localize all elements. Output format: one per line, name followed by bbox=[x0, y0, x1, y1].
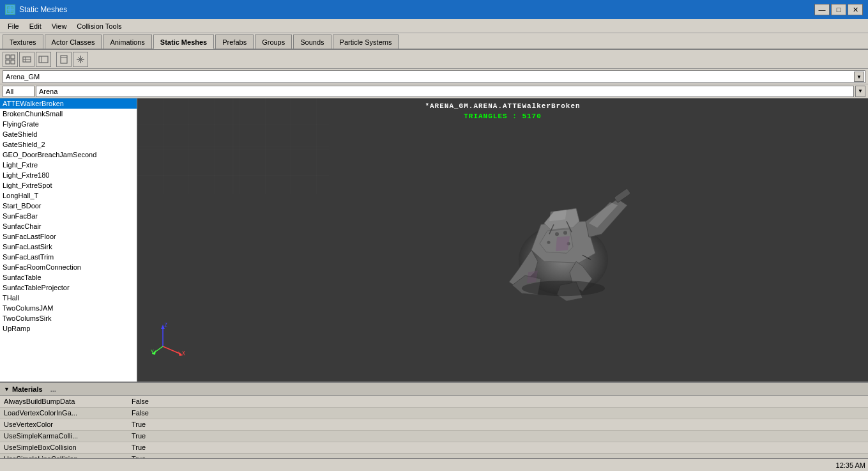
menu-file[interactable]: File bbox=[3, 21, 24, 31]
svg-text:Y: Y bbox=[151, 350, 154, 355]
svg-line-47 bbox=[163, 346, 181, 354]
property-key: AlwaysBuildBumpData bbox=[0, 396, 128, 407]
viewport: *ARENA_GM.ARENA.ATTEWalkerBroken TRIANGL… bbox=[137, 98, 868, 382]
list-item[interactable]: Light_Fxtre bbox=[0, 160, 137, 170]
toolbar-btn-1[interactable] bbox=[3, 52, 18, 67]
property-key: LoadVertexColorInGa... bbox=[0, 407, 128, 419]
menu-bar: File Edit View Collision Tools bbox=[0, 19, 868, 33]
list-item[interactable]: GateShield bbox=[0, 129, 137, 139]
toolbar bbox=[0, 50, 868, 69]
tab-prefabs[interactable]: Prefabs bbox=[215, 35, 254, 49]
tab-groups[interactable]: Groups bbox=[255, 35, 292, 49]
property-row: UseSimpleKarmaColli... True bbox=[0, 430, 868, 442]
properties-header: ▼ Materials ... bbox=[0, 383, 868, 396]
list-item[interactable]: THall bbox=[0, 293, 137, 303]
list-item[interactable]: SunFacRoomConnection bbox=[0, 262, 137, 272]
tab-particle-systems[interactable]: Particle Systems bbox=[333, 35, 399, 49]
filter-search-arrow[interactable]: ▼ bbox=[855, 86, 865, 97]
properties-title: Materials bbox=[12, 385, 43, 393]
filter-all-btn[interactable]: All bbox=[3, 86, 34, 97]
list-item[interactable]: TwoColumsJAM bbox=[0, 303, 137, 313]
tab-sounds[interactable]: Sounds bbox=[293, 35, 331, 49]
tab-animations[interactable]: Animations bbox=[103, 35, 151, 49]
list-item[interactable]: Light_Fxtre180 bbox=[0, 170, 137, 180]
minimize-button[interactable]: — bbox=[814, 4, 830, 15]
svg-rect-13 bbox=[61, 56, 67, 63]
list-item[interactable]: GEO_DoorBreachJamSecond bbox=[0, 150, 137, 160]
property-row: AlwaysBuildBumpData False bbox=[0, 396, 868, 407]
viewport-mesh-svg bbox=[464, 160, 643, 327]
status-time: 12:35 AM bbox=[836, 461, 865, 469]
maximize-button[interactable]: □ bbox=[831, 4, 846, 15]
svg-point-38 bbox=[547, 240, 551, 243]
property-key: UseVertexColor bbox=[0, 419, 128, 430]
list-item[interactable]: LongHall_T bbox=[0, 190, 137, 201]
list-item[interactable]: SunFacLastTrim bbox=[0, 252, 137, 262]
tab-static-meshes[interactable]: Static Meshes bbox=[153, 35, 214, 49]
title-bar-left: Static Meshes bbox=[5, 4, 67, 15]
property-value: True bbox=[128, 430, 868, 442]
tab-textures[interactable]: Textures bbox=[3, 35, 43, 49]
main-area: ATTEWalkerBroken BrokenChunkSmall Flying… bbox=[0, 98, 868, 471]
property-value: False bbox=[128, 407, 868, 419]
viewport-axes-svg: Z X Y bbox=[150, 321, 188, 359]
list-item[interactable]: SunFacLastSirk bbox=[0, 242, 137, 252]
list-item[interactable]: SunfacChair bbox=[0, 221, 137, 231]
status-bar: 12:35 AM bbox=[0, 458, 868, 471]
svg-marker-24 bbox=[586, 199, 627, 237]
menu-view[interactable]: View bbox=[47, 21, 72, 31]
window-controls: — □ ✕ bbox=[814, 4, 863, 15]
list-item[interactable]: SunfacTable bbox=[0, 272, 137, 282]
properties-panel: ▼ Materials ... AlwaysBuildBumpData Fals… bbox=[0, 382, 868, 471]
list-item[interactable]: UpRamp bbox=[0, 323, 137, 334]
svg-point-35 bbox=[555, 232, 559, 236]
svg-point-32 bbox=[522, 281, 605, 296]
list-item[interactable]: ATTEWalkerBroken bbox=[0, 98, 137, 109]
toolbar-btn-2[interactable] bbox=[19, 52, 34, 67]
svg-marker-42 bbox=[556, 236, 570, 251]
property-key: UseSimpleBoxCollision bbox=[0, 442, 128, 453]
property-row: LoadVertexColorInGa... False bbox=[0, 407, 868, 419]
mesh-list-panel[interactable]: ATTEWalkerBroken BrokenChunkSmall Flying… bbox=[0, 98, 137, 382]
svg-text:Z: Z bbox=[164, 323, 167, 328]
close-button[interactable]: ✕ bbox=[848, 4, 863, 15]
property-key: UseSimpleKarmaColli... bbox=[0, 430, 128, 442]
svg-point-36 bbox=[563, 231, 567, 235]
menu-collision-tools[interactable]: Collision Tools bbox=[72, 21, 126, 31]
svg-rect-25 bbox=[614, 188, 630, 203]
app-icon bbox=[5, 4, 15, 15]
svg-rect-5 bbox=[11, 55, 15, 59]
filter-search-row: All ▼ bbox=[0, 84, 868, 98]
svg-rect-6 bbox=[6, 60, 10, 64]
list-item[interactable]: SunfacTableProjector bbox=[0, 282, 137, 293]
properties-dots: ... bbox=[50, 385, 56, 393]
property-row: UseSimpleBoxCollision True bbox=[0, 442, 868, 453]
list-item[interactable]: TwoColumsSirk bbox=[0, 313, 137, 323]
package-dropdown[interactable]: Arena_GM bbox=[3, 70, 865, 83]
list-item[interactable]: Start_BDoor bbox=[0, 201, 137, 211]
svg-text:X: X bbox=[182, 351, 185, 357]
list-item[interactable]: SunFacLastFloor bbox=[0, 231, 137, 242]
toolbar-btn-4[interactable] bbox=[56, 52, 72, 67]
list-item[interactable]: SunFacBar bbox=[0, 211, 137, 221]
svg-rect-7 bbox=[11, 60, 15, 64]
top-split: ATTEWalkerBroken BrokenChunkSmall Flying… bbox=[0, 98, 868, 382]
toolbar-btn-3[interactable] bbox=[36, 52, 51, 67]
menu-edit[interactable]: Edit bbox=[24, 21, 47, 31]
list-item[interactable]: BrokenChunkSmall bbox=[0, 109, 137, 119]
window-title: Static Meshes bbox=[19, 5, 67, 14]
viewport-mesh-label: *ARENA_GM.ARENA.ATTEWalkerBroken bbox=[137, 102, 868, 110]
tab-actor-classes[interactable]: Actor Classes bbox=[45, 35, 102, 49]
property-value: True bbox=[128, 442, 868, 453]
tab-bar: Textures Actor Classes Animations Static… bbox=[0, 33, 868, 50]
property-value: False bbox=[128, 396, 868, 407]
list-item[interactable]: FlyingGrate bbox=[0, 119, 137, 129]
list-item[interactable]: Light_FxtreSpot bbox=[0, 180, 137, 190]
list-item[interactable]: GateShield_2 bbox=[0, 139, 137, 150]
svg-rect-11 bbox=[39, 56, 48, 63]
viewport-triangles-label: TRIANGLES : 5170 bbox=[137, 112, 868, 120]
filter-package-row: Arena_GM ▼ bbox=[0, 69, 868, 84]
properties-expand-icon[interactable]: ▼ bbox=[4, 386, 10, 392]
filter-search-input[interactable] bbox=[36, 86, 854, 97]
toolbar-btn-5[interactable] bbox=[73, 52, 88, 67]
